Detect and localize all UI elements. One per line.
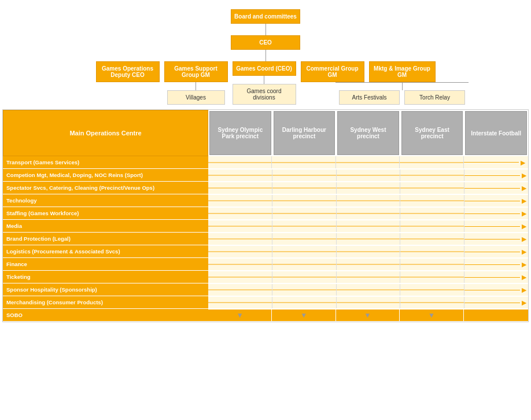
arrow-down-3: ▼	[428, 311, 435, 319]
row-1: Competion Mgt, Medical, Doping, NOC Rein…	[3, 169, 208, 182]
ceo-label: CEO	[259, 39, 272, 46]
games-support-label: Games Support Group GM	[174, 65, 217, 78]
arrow-right-8: ►	[520, 260, 528, 268]
arts-label: Arts Festivals	[352, 94, 386, 101]
col-games-support: Games Support Group GM Villages	[164, 61, 228, 105]
row-8: Finance	[3, 258, 208, 271]
col-mktg: Mktg & Image Group GM Arts Festivals Tor…	[369, 61, 436, 105]
arrow-right-9: ►	[520, 273, 528, 281]
row-5: Media	[3, 220, 208, 233]
board-box: Board and committees	[231, 9, 300, 24]
matrix-row-4: ►	[208, 207, 528, 220]
arrow-right-5: ►	[520, 222, 528, 230]
matrix-row-9: ►	[208, 271, 528, 283]
mktg-label: Mktg & Image Group GM	[374, 65, 430, 78]
precinct-0: Sydney Olympic Park precinct	[209, 111, 271, 155]
torch-label: Torch Relay	[419, 94, 450, 101]
row-0: Transport (Games Services)	[3, 156, 208, 169]
precinct-1: Darling Harbour precinct	[274, 111, 335, 155]
villages-label: Villages	[186, 94, 206, 101]
matrix-row-3: ►	[208, 194, 528, 207]
main-ops-box: Main Operations Centre	[3, 110, 208, 156]
arrow-right-11: ►	[520, 299, 528, 307]
matrix-row-5: ►	[208, 220, 528, 233]
matrix-row-12: ▼ ▼ ▼ ▼ ►	[208, 309, 528, 322]
row-labels: Transport (Games Services) Competion Mgt…	[3, 156, 208, 322]
row-11: Merchandising (Consumer Products)	[3, 296, 208, 309]
matrix-section: Main Operations Centre Transport (Games …	[2, 109, 529, 322]
precinct-2: Sydney West precinct	[337, 111, 399, 155]
precinct-4: Interstate Football	[465, 111, 527, 155]
matrix-rows: ► ►	[208, 156, 528, 322]
arrow-right-10: ►	[520, 286, 528, 294]
row-7: Logistics (Procurement & Associated Svcs…	[3, 245, 208, 258]
matrix-left: Main Operations Centre Transport (Games …	[3, 110, 208, 322]
main-ops-label: Main Operations Centre	[69, 130, 141, 137]
matrix-row-8: ►	[208, 258, 528, 271]
games-coord-div-box: Games coord divisions	[233, 84, 296, 105]
arrow-down-2: ▼	[364, 311, 371, 319]
org-chart: Board and committees CEO Games Operation…	[0, 0, 531, 327]
commercial-label: Commercial Group GM	[306, 65, 358, 78]
arrow-right-12: ►	[519, 311, 527, 319]
matrix-right: Sydney Olympic Park precinct Darling Har…	[208, 110, 528, 322]
games-coord-label: Games Coord (CEO)	[236, 65, 292, 72]
arrow-down-1: ▼	[300, 311, 307, 319]
matrix-row-2: ►	[208, 182, 528, 194]
ceo-box: CEO	[231, 35, 300, 50]
arrow-right-6: ►	[520, 235, 528, 243]
row-6: Brand Protection (Legal)	[3, 233, 208, 245]
games-ops-label: Games Operations Deputy CEO	[102, 65, 153, 78]
arrow-right-2: ►	[520, 184, 528, 192]
arrow-right-0: ►	[519, 159, 527, 167]
row-12: SOBO	[3, 309, 208, 322]
commercial-box: Commercial Group GM	[301, 61, 364, 82]
matrix-row-10: ►	[208, 283, 528, 296]
arts-box: Arts Festivals	[339, 90, 400, 105]
games-coord-div-label: Games coord divisions	[246, 88, 281, 101]
row-4: Staffing (Games Workforce)	[3, 207, 208, 220]
arrow-right-7: ►	[520, 248, 528, 256]
precinct-headers: Sydney Olympic Park precinct Darling Har…	[208, 110, 528, 156]
games-ops-box: Games Operations Deputy CEO	[96, 61, 160, 82]
arrow-right-4: ►	[520, 209, 528, 218]
matrix-row-11: ►	[208, 296, 528, 309]
mktg-box: Mktg & Image Group GM	[369, 61, 436, 82]
row-10: Sponsor Hospitality (Sponsorship)	[3, 283, 208, 296]
games-support-box: Games Support Group GM	[164, 61, 228, 82]
precinct-3: Sydney East precinct	[401, 111, 463, 155]
torch-box: Torch Relay	[404, 90, 465, 105]
arrow-right-3: ►	[520, 197, 528, 205]
matrix-row-6: ►	[208, 233, 528, 245]
org-top: Board and committees CEO Games Operation…	[2, 5, 529, 105]
board-label: Board and committees	[234, 13, 297, 20]
matrix-row-1: ►	[208, 169, 528, 182]
col-games-coord: Games Coord (CEO) Games coord divisions	[233, 61, 296, 105]
row-9: Ticketing	[3, 271, 208, 283]
villages-box: Villages	[167, 90, 225, 105]
games-coord-box: Games Coord (CEO)	[233, 61, 296, 76]
col-commercial: Commercial Group GM	[301, 61, 364, 82]
arrow-down-0: ▼	[237, 311, 244, 319]
row-3: Technology	[3, 194, 208, 207]
arrow-right-1: ►	[520, 171, 528, 179]
matrix-row-7: ►	[208, 245, 528, 258]
col-games-ops: Games Operations Deputy CEO	[96, 61, 160, 82]
row-2: Spectator Svcs, Catering, Cleaning (Prec…	[3, 182, 208, 194]
matrix-row-0: ►	[208, 156, 528, 169]
